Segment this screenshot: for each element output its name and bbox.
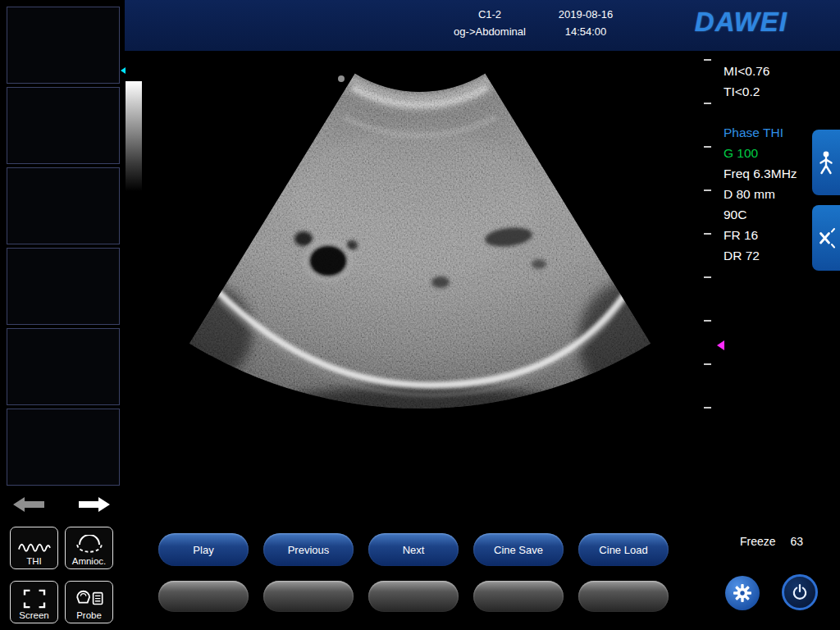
thumbnail-slot[interactable] [7, 248, 120, 325]
tick-mark [704, 59, 714, 103]
settings-button[interactable] [725, 576, 760, 610]
softkey-blank[interactable] [578, 581, 669, 612]
tick-mark [704, 407, 714, 450]
previous-button[interactable]: Previous [263, 533, 354, 566]
next-button[interactable]: Next [368, 533, 459, 566]
softkey-row-2 [158, 581, 669, 612]
dawei-logo: DAWEI [695, 7, 788, 38]
param-ticks [704, 59, 714, 450]
probe-button[interactable]: Probe [65, 581, 113, 623]
exam-info: C1-2 og->Abdominal [424, 8, 555, 38]
tick-mark [704, 320, 714, 363]
thumbnail-slot[interactable] [7, 87, 120, 164]
top-bar: C1-2 og->Abdominal 2019-08-16 14:54:00 D… [125, 0, 840, 51]
thumbnail-slot[interactable] [7, 7, 120, 84]
close-tool-button[interactable] [812, 205, 840, 271]
thumbnail-slot[interactable] [7, 409, 120, 486]
softkey-blank[interactable] [368, 581, 459, 612]
next-thumbnails-button[interactable] [76, 495, 112, 515]
tick-mark [704, 363, 714, 407]
arrow-right-icon [77, 495, 112, 514]
thumbnail-slot[interactable] [7, 167, 120, 244]
play-button[interactable]: Play [158, 533, 249, 566]
waveform-icon [18, 538, 51, 555]
param-line: MI<0.76 [724, 61, 838, 81]
freeze-frame-number: 63 [790, 535, 803, 548]
exam-preset: og->Abdominal [424, 25, 555, 38]
tick-mark [704, 233, 714, 276]
orientation-marker-dot [338, 75, 345, 82]
gear-icon [732, 582, 753, 604]
param-line: TI<0.2 [724, 81, 838, 102]
thi-button[interactable]: THI [10, 527, 58, 569]
power-icon [790, 582, 810, 602]
tick-mark [704, 189, 714, 233]
probe-label: Probe [76, 610, 102, 620]
tick-mark [704, 103, 714, 146]
thumbnail-nav [0, 495, 125, 518]
screen-label: Screen [19, 610, 48, 620]
fullscreen-corners-icon [23, 589, 46, 609]
function-button-grid: THI Amnioc. Screen Probe [10, 527, 113, 623]
date-text: 2019-08-16 [537, 8, 634, 21]
tick-mark [704, 146, 714, 189]
softkey-blank[interactable] [263, 581, 354, 612]
cine-save-button[interactable]: Cine Save [473, 533, 564, 566]
sector-probe-icon [74, 535, 105, 555]
ultrasound-console: C1-2 og->Abdominal 2019-08-16 14:54:00 D… [0, 0, 840, 630]
patient-icon [815, 148, 837, 176]
tick-mark [704, 276, 714, 320]
amnioc-button[interactable]: Amnioc. [65, 527, 113, 569]
arrow-left-icon [11, 495, 46, 514]
datetime: 2019-08-16 14:54:00 [537, 8, 634, 38]
softkey-blank[interactable] [158, 581, 249, 612]
grayscale-bar [126, 81, 142, 191]
cine-load-button[interactable]: Cine Load [578, 533, 669, 566]
freeze-status: Freeze 63 [740, 535, 803, 548]
thi-label: THI [26, 556, 42, 566]
graymap-marker [121, 67, 126, 74]
amnioc-label: Amnioc. [72, 556, 107, 566]
thumbnail-list [7, 7, 120, 489]
probe-model: C1-2 [424, 8, 555, 21]
prev-thumbnails-button[interactable] [11, 495, 47, 515]
probe-list-icon [74, 589, 105, 609]
freeze-label: Freeze [740, 535, 776, 548]
thumbnail-slot[interactable] [7, 328, 120, 405]
power-button[interactable] [782, 574, 818, 610]
close-x-icon [815, 224, 837, 252]
softkey-blank[interactable] [473, 581, 564, 612]
screen-button[interactable]: Screen [10, 581, 58, 623]
time-text: 14:54:00 [537, 25, 634, 38]
active-param-pointer [717, 340, 724, 350]
softkey-row-1: Play Previous Next Cine Save Cine Load [158, 533, 669, 566]
patient-tool-button[interactable] [812, 130, 840, 195]
